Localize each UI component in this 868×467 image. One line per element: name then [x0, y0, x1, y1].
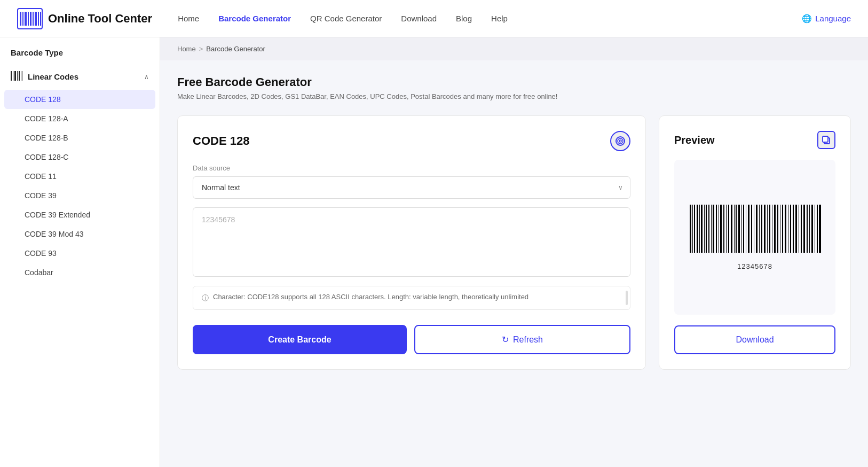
svg-rect-47: [751, 205, 752, 253]
svg-rect-9: [40, 12, 41, 26]
svg-rect-5: [30, 12, 31, 26]
svg-rect-31: [711, 205, 712, 253]
svg-rect-68: [807, 205, 808, 253]
language-selector[interactable]: 🌐 Language: [802, 14, 851, 24]
svg-rect-53: [767, 205, 768, 253]
svg-rect-50: [759, 205, 760, 253]
nav-download[interactable]: Download: [401, 14, 437, 23]
sidebar-item-code39[interactable]: CODE 39: [0, 186, 160, 205]
data-source-label: Data source: [193, 164, 630, 172]
svg-rect-6: [33, 12, 34, 26]
sidebar-item-code128a[interactable]: CODE 128-A: [0, 109, 160, 128]
content-area: Free Barcode Generator Make Linear Barco…: [160, 60, 868, 385]
svg-rect-30: [708, 205, 709, 253]
svg-rect-65: [799, 205, 799, 253]
svg-rect-52: [764, 205, 766, 253]
breadcrumb-separator: >: [199, 45, 203, 53]
breadcrumb: Home > Barcode Generator: [160, 37, 868, 60]
sidebar-item-codabar[interactable]: Codabar: [0, 263, 160, 282]
settings-icon-button[interactable]: [610, 131, 630, 151]
info-box: ⓘ Character: CODE128 supports all 128 AS…: [193, 286, 630, 310]
svg-rect-54: [769, 205, 770, 253]
sidebar-item-code128[interactable]: CODE 128: [4, 90, 155, 109]
svg-rect-11: [13, 71, 13, 81]
nav-help[interactable]: Help: [491, 14, 508, 23]
svg-rect-46: [748, 205, 749, 253]
sidebar-item-code128c[interactable]: CODE 128-C: [0, 147, 160, 167]
breadcrumb-current: Barcode Generator: [206, 45, 265, 53]
refresh-label: Refresh: [513, 335, 543, 345]
svg-rect-7: [35, 12, 37, 26]
svg-rect-16: [22, 71, 22, 81]
logo-area: Online Tool Center: [17, 8, 152, 29]
svg-rect-3: [25, 12, 27, 26]
svg-rect-58: [780, 205, 780, 253]
svg-rect-14: [19, 71, 20, 81]
svg-rect-71: [815, 205, 815, 253]
scrollbar[interactable]: [626, 291, 628, 305]
barcode-svg: [685, 205, 824, 258]
svg-rect-43: [741, 205, 742, 253]
refresh-icon: ↻: [502, 334, 509, 345]
svg-rect-41: [736, 205, 737, 253]
nav-barcode-generator[interactable]: Barcode Generator: [218, 14, 291, 23]
linear-codes-label: Linear Codes: [28, 72, 78, 81]
globe-icon: 🌐: [802, 14, 812, 24]
sidebar-item-code39mod43[interactable]: CODE 39 Mod 43: [0, 224, 160, 244]
info-text: Character: CODE128 supports all 128 ASCI…: [213, 293, 528, 301]
page-subtitle: Make Linear Barcodes, 2D Codes, GS1 Data…: [177, 92, 851, 100]
svg-rect-2: [22, 12, 23, 26]
refresh-button[interactable]: ↻ Refresh: [414, 325, 630, 354]
sidebar-item-code39ext[interactable]: CODE 39 Extended: [0, 205, 160, 224]
info-icon: ⓘ: [202, 293, 209, 303]
svg-rect-73: [819, 205, 821, 253]
svg-rect-15: [21, 71, 21, 81]
svg-rect-23: [692, 205, 693, 253]
create-barcode-button[interactable]: Create Barcode: [193, 325, 407, 354]
barcode-value-label: 12345678: [737, 262, 772, 270]
svg-rect-1: [20, 12, 21, 26]
data-source-select[interactable]: Normal text Hexadecimal Base64: [193, 176, 630, 199]
svg-rect-37: [726, 205, 727, 253]
svg-rect-60: [785, 205, 786, 253]
svg-rect-51: [761, 205, 762, 253]
svg-rect-22: [690, 205, 691, 253]
svg-rect-48: [754, 205, 754, 253]
svg-rect-27: [701, 205, 703, 253]
copy-button[interactable]: [817, 131, 835, 149]
nav-blog[interactable]: Blog: [456, 14, 472, 23]
svg-rect-63: [793, 205, 794, 253]
barcode-data-input[interactable]: 12345678: [193, 207, 630, 277]
svg-rect-55: [772, 205, 772, 253]
svg-rect-24: [694, 205, 695, 253]
svg-rect-26: [699, 205, 700, 253]
barcode-preview-area: 12345678: [674, 160, 835, 315]
breadcrumb-home[interactable]: Home: [177, 45, 196, 53]
nav-home[interactable]: Home: [178, 14, 199, 23]
svg-rect-21: [823, 136, 828, 142]
svg-rect-29: [706, 205, 707, 253]
main-nav: Home Barcode Generator QR Code Generator…: [178, 14, 851, 24]
linear-codes-icon: [11, 71, 22, 82]
language-label: Language: [815, 14, 851, 23]
logo-text: Online Tool Center: [48, 12, 152, 26]
sidebar-item-code128b[interactable]: CODE 128-B: [0, 128, 160, 147]
download-button[interactable]: Download: [674, 325, 835, 354]
svg-rect-69: [809, 205, 810, 253]
svg-rect-34: [719, 205, 719, 253]
svg-rect-33: [716, 205, 717, 253]
svg-rect-28: [704, 205, 705, 253]
barcode-type-list: CODE 128 CODE 128-A CODE 128-B CODE 128-…: [0, 88, 160, 284]
data-source-select-wrapper: Normal text Hexadecimal Base64 ∨: [193, 176, 630, 199]
nav-qr-generator[interactable]: QR Code Generator: [310, 14, 382, 23]
linear-codes-section[interactable]: Linear Codes ∧: [0, 66, 160, 88]
svg-rect-32: [713, 205, 714, 253]
sidebar-item-code93[interactable]: CODE 93: [0, 244, 160, 263]
preview-card: Preview: [659, 115, 851, 370]
svg-rect-66: [801, 205, 802, 253]
svg-rect-70: [811, 205, 813, 253]
svg-rect-42: [738, 205, 740, 253]
svg-rect-35: [720, 205, 722, 253]
sidebar-item-code11[interactable]: CODE 11: [0, 167, 160, 186]
sidebar-title: Barcode Type: [0, 48, 160, 66]
